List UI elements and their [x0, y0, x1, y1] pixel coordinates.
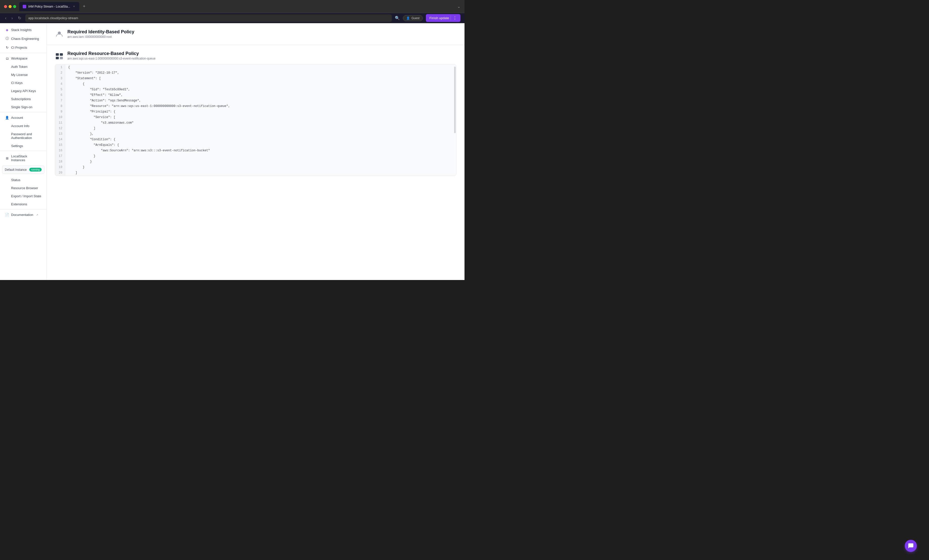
line-content: "s3.amazonaws.com"	[65, 120, 136, 125]
svg-rect-4	[60, 57, 63, 59]
tab-bar: IAM Policy Stream - LocalSta... × + ⌄	[19, 2, 460, 11]
account-info-label: Account Info	[11, 124, 29, 128]
line-number: 19	[55, 164, 65, 170]
sidebar-item-password-auth[interactable]: Password and Authentication	[1, 130, 46, 142]
active-tab[interactable]: IAM Policy Stream - LocalSta... ×	[19, 2, 79, 11]
sidebar-item-resource-browser[interactable]: Resource Browser	[1, 184, 46, 192]
resource-policy-arn: arn:aws:sqs:us-east-1:000000000000:s3-ev…	[67, 57, 155, 60]
sidebar-item-status[interactable]: Status	[1, 176, 46, 184]
sidebar-divider-1	[0, 53, 46, 53]
new-tab-button[interactable]: +	[81, 4, 87, 9]
account-label: Account	[11, 116, 23, 119]
tab-expand-icon: ⌄	[457, 4, 460, 9]
minimize-window-button[interactable]	[9, 5, 12, 8]
code-line: 11 "s3.amazonaws.com"	[55, 120, 456, 125]
search-button[interactable]: 🔍	[395, 16, 400, 20]
close-window-button[interactable]	[4, 5, 7, 8]
sidebar-item-account[interactable]: 👤 Account	[1, 113, 46, 122]
code-line: 6 "Effect": "Allow",	[55, 92, 456, 98]
line-content: "Statement": [	[65, 76, 104, 81]
line-number: 13	[55, 131, 65, 137]
identity-policy-title: Required Identity-Based Policy	[67, 29, 134, 35]
settings-label: Settings	[11, 144, 23, 148]
sidebar-item-label: CI Projects	[11, 46, 27, 49]
instances-icon: ⊞	[5, 156, 9, 160]
resource-browser-label: Resource Browser	[11, 186, 38, 190]
forward-button[interactable]: ›	[10, 15, 14, 21]
sidebar-item-legacy-api-keys[interactable]: Legacy API Keys	[1, 87, 46, 95]
code-line: 3 "Statement": [	[55, 76, 456, 81]
line-number: 18	[55, 159, 65, 164]
line-number: 2	[55, 70, 65, 76]
content-area: Required Identity-Based Policy arn:aws:i…	[47, 23, 464, 280]
ci-keys-label: CI Keys	[11, 81, 23, 85]
sidebar-divider-4	[0, 209, 46, 210]
resource-policy-icon	[55, 51, 64, 60]
resource-policy-title: Required Resource-Based Policy	[67, 51, 155, 56]
line-content: "Service": [	[65, 115, 118, 120]
traffic-lights	[4, 5, 16, 8]
sidebar-item-account-info[interactable]: Account Info	[1, 122, 46, 130]
line-number: 7	[55, 98, 65, 103]
tab-close-button[interactable]: ×	[72, 5, 76, 8]
sidebar-item-stack-insights[interactable]: ◈ Stack Insights	[1, 26, 46, 34]
identity-policy-section: Required Identity-Based Policy arn:aws:i…	[47, 23, 464, 45]
line-content: "Version": "2012-10-17",	[65, 70, 122, 76]
sidebar-item-ci-projects[interactable]: ↻ CI Projects	[1, 43, 46, 52]
line-content: "Resource": "arn:aws:sqs:us-east-1:00000…	[65, 103, 233, 109]
sidebar-item-label: Workspace	[11, 57, 28, 60]
sidebar-divider-2	[0, 112, 46, 112]
sidebar-item-export-import[interactable]: Export / Import State	[1, 192, 46, 200]
external-link-icon: ↗	[36, 213, 38, 216]
legacy-api-keys-label: Legacy API Keys	[11, 89, 36, 93]
line-number: 5	[55, 87, 65, 92]
code-line: 7 "Action": "sqs:SendMessage",	[55, 98, 456, 103]
code-line: 1{	[55, 64, 456, 70]
main-layout: ◈ Stack Insights ⓘ Chaos Engineering ↻ C…	[0, 23, 464, 280]
back-button[interactable]: ‹	[4, 15, 7, 21]
code-line: 5 "Sid": "Testb5c89ed1",	[55, 87, 456, 92]
identity-policy-icon	[55, 29, 64, 38]
sidebar-item-workspace[interactable]: 🗂 Workspace	[1, 54, 46, 63]
line-number: 6	[55, 92, 65, 98]
code-line: 19 }	[55, 164, 456, 170]
url-input[interactable]	[25, 14, 392, 22]
svg-rect-2	[60, 53, 63, 56]
extensions-label: Extensions	[11, 202, 27, 206]
sidebar-item-subscriptions[interactable]: Subscriptions	[1, 95, 46, 103]
sidebar-item-extensions[interactable]: Extensions	[1, 200, 46, 208]
line-content: ]	[65, 170, 80, 176]
line-content: "Principal": {	[65, 109, 118, 115]
line-content: "Sid": "Testb5c89ed1",	[65, 87, 133, 92]
default-instance-item[interactable]: Default Instance running	[2, 165, 44, 174]
sidebar-item-label: Chaos Engineering	[11, 37, 39, 41]
sidebar-item-my-license[interactable]: My License	[1, 71, 46, 79]
sidebar-item-ci-keys[interactable]: CI Keys	[1, 79, 46, 87]
identity-policy-header: Required Identity-Based Policy arn:aws:i…	[55, 29, 457, 38]
user-menu-button[interactable]: 👤 Guest	[403, 15, 423, 21]
sidebar-item-settings[interactable]: Settings	[1, 142, 46, 150]
single-sign-on-label: Single Sign-on	[11, 105, 32, 109]
sidebar-item-chaos-engineering[interactable]: ⓘ Chaos Engineering	[1, 34, 46, 43]
identity-policy-text: Required Identity-Based Policy arn:aws:i…	[67, 29, 134, 38]
sidebar-item-localstack-instances[interactable]: ⊞ LocalStack Instances	[1, 152, 46, 164]
code-scrollbar[interactable]	[454, 67, 456, 133]
finish-update-button[interactable]: Finish update ⋮	[426, 14, 460, 22]
sidebar-item-single-sign-on[interactable]: Single Sign-on	[1, 103, 46, 111]
stack-insights-icon: ◈	[5, 28, 9, 32]
user-label: Guest	[411, 17, 420, 20]
sidebar-item-auth-token[interactable]: Auth Token	[1, 63, 46, 70]
refresh-button[interactable]: ↻	[17, 15, 22, 21]
line-number: 1	[55, 64, 65, 70]
ci-projects-icon: ↻	[5, 45, 9, 49]
line-number: 4	[55, 81, 65, 87]
user-icon: 👤	[406, 17, 410, 20]
line-number: 11	[55, 120, 65, 125]
sidebar-item-documentation[interactable]: 📄 Documentation ↗	[1, 210, 46, 219]
line-number: 9	[55, 109, 65, 115]
resource-policy-section: Required Resource-Based Policy arn:aws:s…	[47, 45, 464, 182]
finish-update-more-icon[interactable]: ⋮	[451, 16, 457, 20]
svg-rect-3	[56, 57, 59, 59]
maximize-window-button[interactable]	[13, 5, 16, 8]
code-line: 12 ]	[55, 125, 456, 131]
